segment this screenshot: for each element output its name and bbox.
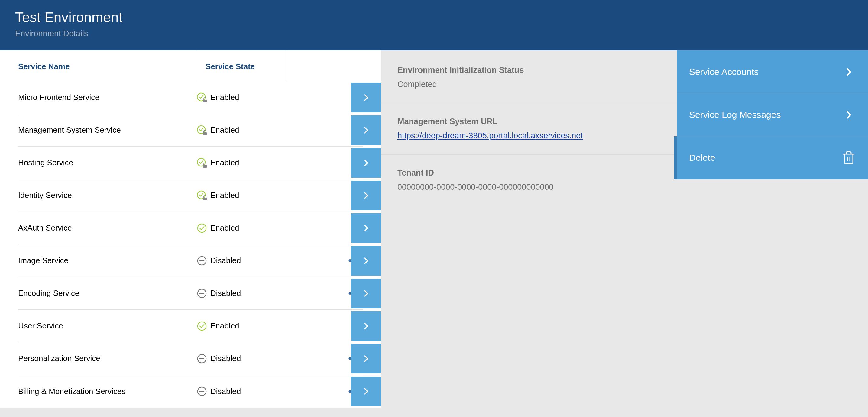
info-block-init-status: Environment Initialization Status Comple… [381,51,677,103]
column-header-service-state[interactable]: Service State [196,51,287,81]
enabled-locked-icon [196,92,207,103]
tenant-id-value: 00000000-0000-0000-0000-000000000000 [397,183,660,192]
service-accounts-label: Service Accounts [689,67,758,77]
disabled-icon [196,386,207,397]
service-state-text: Enabled [210,191,239,200]
chevron-right-icon [841,107,856,122]
service-state-text: Disabled [210,289,241,298]
service-state-text: Enabled [210,158,239,167]
table-row: Management System ServiceEnabled [18,114,363,147]
services-table: Service Name Service State Micro Fronten… [0,51,381,408]
row-navigate-button[interactable] [351,83,381,113]
init-status-value: Completed [397,80,660,89]
service-name-cell: Identity Service [18,191,196,200]
service-state-cell: Disabled [196,386,299,397]
svg-rect-7 [203,198,207,200]
trash-icon [841,151,856,165]
row-navigate-button[interactable] [351,279,381,308]
table-row: Encoding ServiceDisabled••• [18,277,363,310]
table-row: Billing & Monetization ServicesDisabled•… [18,375,363,408]
service-name-cell: Image Service [18,256,196,265]
service-state-text: Disabled [210,354,241,363]
service-state-cell: Enabled [196,223,299,233]
service-name-cell: Billing & Monetization Services [18,387,196,396]
enabled-locked-icon [196,157,207,168]
table-header-row: Service Name Service State [0,51,381,81]
service-state-cell: Enabled [196,321,299,331]
row-navigate-button[interactable] [351,344,381,374]
service-accounts-button[interactable]: Service Accounts [677,51,868,93]
svg-point-8 [198,224,206,232]
svg-point-13 [198,322,206,330]
row-navigate-button[interactable] [351,377,381,406]
management-url-link[interactable]: https://deep-dream-3805.portal.local.axs… [397,131,583,140]
management-url-label: Management System URL [397,117,660,126]
row-navigate-button[interactable] [351,116,381,145]
service-state-text: Enabled [210,125,239,135]
service-name-cell: User Service [18,321,196,330]
row-navigate-button[interactable] [351,213,381,243]
disabled-icon [196,255,207,266]
column-header-service-name[interactable]: Service Name [0,51,196,81]
page-subtitle: Environment Details [15,29,853,38]
table-row: AxAuth ServiceEnabled [18,212,363,245]
row-navigate-button[interactable] [351,246,381,276]
page-header: Test Environment Environment Details [0,0,868,51]
disabled-icon [196,353,207,364]
service-state-text: Enabled [210,321,239,330]
service-log-messages-button[interactable]: Service Log Messages [677,93,868,136]
service-state-cell: Disabled [196,255,299,266]
service-state-text: Disabled [210,256,241,265]
table-row: Identity ServiceEnabled [18,179,363,212]
service-name-cell: Encoding Service [18,289,196,298]
delete-button[interactable]: Delete [677,136,868,179]
service-state-text: Enabled [210,223,239,233]
service-name-cell: Hosting Service [18,158,196,167]
row-navigate-button[interactable] [351,148,381,178]
svg-rect-5 [203,165,207,168]
main-content: Service Name Service State Micro Fronten… [0,51,868,408]
table-row: User ServiceEnabled [18,310,363,342]
enabled-icon [196,321,207,331]
svg-rect-1 [203,100,207,102]
service-log-messages-label: Service Log Messages [689,110,781,120]
disabled-icon [196,288,207,299]
chevron-right-icon [841,65,856,79]
actions-panel: Service Accounts Service Log Messages De… [677,51,868,408]
svg-rect-3 [203,132,207,135]
tenant-id-label: Tenant ID [397,168,660,178]
table-row: Personalization ServiceDisabled••• [18,342,363,375]
table-row: Hosting ServiceEnabled [18,147,363,179]
service-state-cell: Disabled [196,288,299,299]
service-state-text: Disabled [210,387,241,396]
row-navigate-button[interactable] [351,311,381,341]
service-state-cell: Enabled [196,157,299,168]
service-state-cell: Disabled [196,353,299,364]
table-row: Image ServiceDisabled••• [18,245,363,277]
service-name-cell: AxAuth Service [18,223,196,233]
info-block-tenant-id: Tenant ID 00000000-0000-0000-0000-000000… [381,155,677,205]
service-state-text: Enabled [210,93,239,102]
table-body: Micro Frontend ServiceEnabledManagement … [0,81,381,408]
service-name-cell: Personalization Service [18,354,196,363]
row-navigate-button[interactable] [351,181,381,210]
service-state-cell: Enabled [196,190,299,201]
column-header-actions [287,51,381,81]
info-block-management-url: Management System URL https://deep-dream… [381,103,677,155]
info-panel: Environment Initialization Status Comple… [381,51,677,408]
init-status-label: Environment Initialization Status [397,66,660,75]
table-row: Micro Frontend ServiceEnabled [18,81,363,114]
enabled-icon [196,223,207,233]
enabled-locked-icon [196,125,207,136]
service-state-cell: Enabled [196,92,299,103]
page-title: Test Environment [15,9,853,25]
service-name-cell: Micro Frontend Service [18,93,196,102]
delete-label: Delete [689,153,715,163]
service-name-cell: Management System Service [18,125,196,135]
enabled-locked-icon [196,190,207,201]
service-state-cell: Enabled [196,125,299,136]
